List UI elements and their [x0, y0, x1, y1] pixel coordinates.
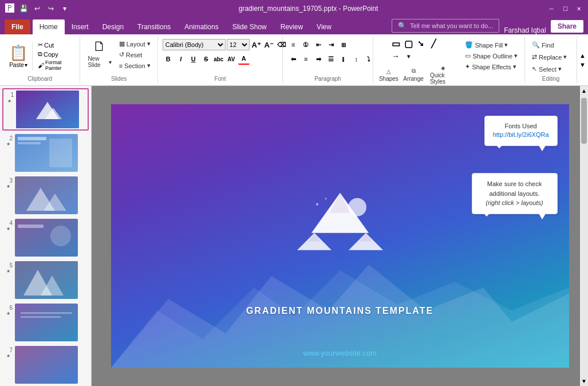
slide-thumbnail-7[interactable]: 7 ★	[2, 345, 89, 385]
app-icon: 🅿	[5, 3, 15, 14]
slide-canvas[interactable]: GRADIENT MOUNTAINS TEMPLATE www.yourwebs…	[111, 104, 569, 368]
scroll-down-arrow[interactable]: ▼	[579, 376, 588, 386]
new-slide-dropdown[interactable]: ▾	[109, 59, 112, 65]
shape-outline-button[interactable]: ▭ Shape Outline ▾	[463, 51, 520, 61]
user-name[interactable]: Farshad Iqbal	[499, 26, 550, 34]
bold-button[interactable]: B	[163, 53, 174, 65]
line-spacing-button[interactable]: ↕	[350, 53, 362, 65]
increase-font-button[interactable]: A⁺	[251, 39, 262, 50]
align-center-button[interactable]: ≡	[300, 53, 311, 65]
window-controls: ─ ☐ ✕	[547, 4, 583, 13]
shape-line[interactable]: ╱	[428, 38, 439, 49]
tab-transitions[interactable]: Transitions	[131, 19, 177, 34]
font-style-row: B I U S abc AV A	[163, 53, 287, 65]
italic-button[interactable]: I	[175, 53, 187, 65]
reset-button[interactable]: ↺ Reset	[117, 50, 153, 60]
title-bar: 🅿 💾 ↩ ↪ ▾ gradient_mountains_19705.pptx …	[0, 0, 588, 17]
paste-dropdown[interactable]: ▾	[25, 62, 27, 68]
tab-insert[interactable]: Insert	[65, 19, 96, 34]
align-right-button[interactable]: ➡	[313, 53, 324, 65]
slides-panel: 1 ★ 2 ★ 3	[0, 86, 92, 386]
tab-home[interactable]: Home	[33, 19, 65, 34]
scroll-thumb[interactable]	[581, 98, 587, 144]
font-color-button[interactable]: A	[238, 53, 250, 65]
justify-button[interactable]: ☰	[325, 53, 337, 65]
columns-button[interactable]: ⫿	[338, 53, 349, 65]
decrease-font-button[interactable]: A⁻	[263, 39, 275, 50]
quick-styles-button[interactable]: ◈ Quick Styles	[427, 63, 460, 86]
shape-arrow[interactable]: ➘	[415, 38, 427, 49]
svg-rect-11	[18, 224, 44, 228]
font-family-select[interactable]: Calibri (Body)	[163, 39, 226, 50]
underline-button[interactable]: U	[188, 53, 199, 65]
shape-more[interactable]: ▾	[402, 50, 414, 62]
layout-button[interactable]: ▦ Layout ▾	[117, 39, 153, 49]
customize-icon[interactable]: ▾	[60, 3, 70, 14]
slide-thumbnail-3[interactable]: 3 ★	[2, 175, 89, 215]
shape-outline-icon: ▭	[465, 52, 471, 60]
paste-button[interactable]: 📋 Paste ▾	[5, 42, 33, 70]
font-size-select[interactable]: 12	[227, 39, 250, 50]
tab-animations[interactable]: Animations	[177, 19, 225, 34]
slide-thumbnail-1[interactable]: 1 ★	[2, 88, 89, 131]
select-button[interactable]: ↖ Select ▾	[530, 64, 569, 74]
undo-icon[interactable]: ↩	[32, 3, 42, 14]
copy-button[interactable]: ⧉ Copy	[36, 50, 75, 58]
tab-view[interactable]: View	[310, 19, 338, 34]
smartart-button[interactable]: ⊞	[338, 39, 349, 50]
tab-review[interactable]: Review	[274, 19, 310, 34]
shape-effects-icon: ✦	[465, 63, 470, 70]
svg-marker-27	[360, 233, 372, 242]
section-icon: ≡	[119, 62, 123, 69]
slide-thumbnail-4[interactable]: 4 ★	[2, 218, 89, 258]
slide-star-1: ★	[7, 99, 11, 104]
text-shadow-button[interactable]: abc	[213, 53, 224, 65]
ribbon-scroll-up[interactable]: ▲	[578, 51, 587, 60]
shape-effects-button[interactable]: ✦ Shape Effects ▾	[463, 62, 520, 72]
section-button[interactable]: ≡ Section ▾	[117, 61, 153, 70]
close-button[interactable]: ✕	[574, 4, 583, 13]
slide-thumbnail-5[interactable]: 5 ★	[2, 260, 89, 300]
numbering-button[interactable]: ①	[300, 39, 311, 50]
save-icon[interactable]: 💾	[18, 3, 29, 14]
minimize-button[interactable]: ─	[547, 4, 556, 13]
bullets-button[interactable]: ≡	[287, 39, 299, 50]
ribbon-scroll-down[interactable]: ▼	[578, 60, 587, 69]
svg-rect-16	[15, 304, 78, 341]
shape-rect[interactable]: ▭	[390, 38, 401, 49]
redo-icon[interactable]: ↪	[46, 3, 56, 14]
shape-fill-button[interactable]: 🪣 Shape Fill ▾	[463, 40, 520, 50]
font-label: Font	[163, 76, 278, 83]
align-left-button[interactable]: ⬅	[287, 53, 299, 65]
replace-button[interactable]: ⇄ Replace ▾	[530, 52, 569, 62]
restore-button[interactable]: ☐	[561, 4, 570, 13]
slide-thumbnail-6[interactable]: 6 ★	[2, 302, 89, 342]
share-button[interactable]: Share	[551, 20, 583, 33]
decrease-indent-button[interactable]: ⇤	[313, 39, 324, 50]
scroll-up-arrow[interactable]: ▲	[579, 86, 588, 96]
shape-arrow2[interactable]: →	[390, 50, 401, 62]
svg-rect-19	[15, 346, 78, 384]
shapes-button[interactable]: △ Shapes	[378, 63, 400, 86]
slide-title: GRADIENT MOUNTAINS TEMPLATE	[246, 306, 433, 316]
new-slide-button[interactable]: 🗋 New Slide ▾	[85, 37, 114, 70]
tab-file[interactable]: File	[5, 19, 30, 34]
search-bar[interactable]: 🔍 Tell me what you want to do...	[392, 19, 499, 33]
strikethrough-button[interactable]: S	[200, 53, 212, 65]
find-icon: 🔍	[532, 41, 540, 49]
copy-icon: ⧉	[38, 50, 42, 58]
cut-button[interactable]: ✂ Cut	[36, 41, 75, 49]
svg-point-31	[325, 198, 326, 199]
char-spacing-button[interactable]: AV	[226, 53, 237, 65]
find-button[interactable]: 🔍 Find	[530, 40, 569, 50]
tab-design[interactable]: Design	[96, 19, 131, 34]
vertical-scrollbar[interactable]: ▲ ▼	[580, 86, 588, 386]
tab-slideshow[interactable]: Slide Show	[226, 19, 274, 34]
shape-rounded[interactable]: ▢	[402, 38, 414, 49]
paragraph-label: Paragraph	[287, 76, 368, 83]
increase-indent-button[interactable]: ⇥	[325, 39, 337, 50]
format-painter-button[interactable]: 🖌 Format Painter	[36, 59, 75, 72]
slide-thumb-img-1	[16, 90, 79, 128]
slide-thumbnail-2[interactable]: 2 ★	[2, 133, 89, 173]
arrange-button[interactable]: ⧉ Arrange	[402, 63, 425, 86]
